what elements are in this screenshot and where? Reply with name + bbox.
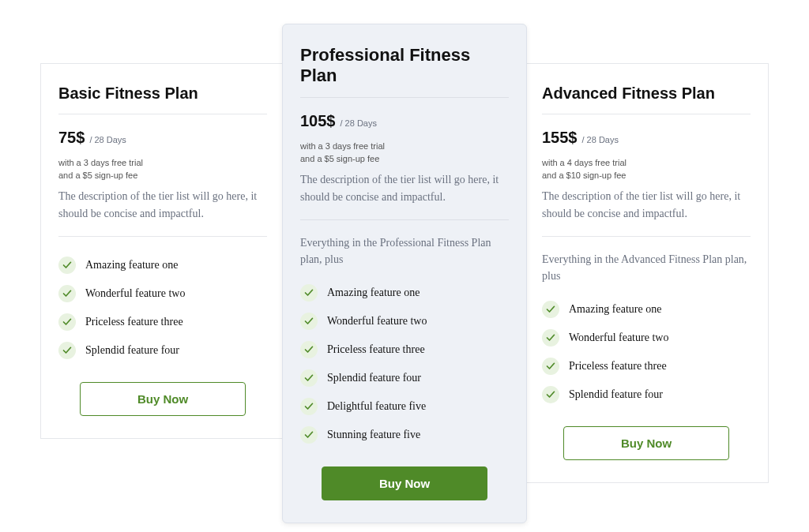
check-icon xyxy=(58,313,76,331)
plan-period: / 28 Days xyxy=(582,135,619,144)
feature-label: Wonderful feature two xyxy=(569,332,668,344)
plan-period: / 28 Days xyxy=(89,135,126,144)
plan-description: The description of the tier list will go… xyxy=(542,188,751,237)
feature-item: Wonderful feature two xyxy=(58,279,267,308)
pricing-plans-row: Basic Fitness Plan 75$ / 28 Days with a … xyxy=(40,24,769,523)
feature-label: Priceless feature three xyxy=(569,360,667,373)
feature-label: Priceless feature three xyxy=(327,343,425,356)
feature-label: Stunning feature five xyxy=(327,429,420,441)
check-icon xyxy=(542,301,559,318)
trial-text: with a 3 days free trial xyxy=(300,141,509,151)
everything-text: Everything in the Professional Fitness P… xyxy=(300,234,509,268)
check-icon xyxy=(58,257,76,274)
feature-label: Splendid feature four xyxy=(327,372,421,384)
plan-description: The description of the tier list will go… xyxy=(300,171,509,220)
feature-item: Wonderful feature two xyxy=(542,324,751,352)
feature-label: Wonderful feature two xyxy=(327,315,427,328)
trial-text: with a 3 days free trial xyxy=(58,158,267,167)
trial-text: with a 4 days free trial xyxy=(542,158,751,167)
feature-item: Priceless feature three xyxy=(300,335,509,364)
plan-card-professional: Professional Fitness Plan 105$ / 28 Days… xyxy=(282,24,527,523)
plan-period: / 28 Days xyxy=(341,118,377,128)
signup-text: and a $5 sign-up fee xyxy=(300,154,509,163)
check-icon xyxy=(542,329,559,347)
feature-label: Splendid feature four xyxy=(569,388,663,401)
feature-item: Amazing feature one xyxy=(300,279,509,307)
feature-item: Amazing feature one xyxy=(58,251,267,279)
feature-item: Amazing feature one xyxy=(542,295,751,324)
check-icon xyxy=(58,342,76,359)
feature-label: Amazing feature one xyxy=(85,259,178,272)
everything-text: Everything in the Advanced Fitness Plan … xyxy=(542,251,751,284)
plan-card-advanced: Advanced Fitness Plan 155$ / 28 Days wit… xyxy=(524,63,769,483)
check-icon xyxy=(58,285,76,302)
plan-price: 155$ xyxy=(542,129,578,147)
buy-now-button[interactable]: Buy Now xyxy=(80,382,246,416)
feature-item: Priceless feature three xyxy=(58,308,267,336)
feature-item: Splendid feature four xyxy=(300,364,509,392)
feature-label: Amazing feature one xyxy=(569,303,661,316)
plan-title: Professional Fitness Plan xyxy=(300,45,509,98)
feature-label: Wonderful feature two xyxy=(85,287,185,300)
check-icon xyxy=(300,284,318,302)
check-icon xyxy=(542,386,559,403)
feature-list: Amazing feature one Wonderful feature tw… xyxy=(58,251,267,365)
plan-price: 105$ xyxy=(300,112,336,130)
feature-item: Priceless feature three xyxy=(542,352,751,380)
check-icon xyxy=(300,369,318,387)
buy-now-button[interactable]: Buy Now xyxy=(322,466,487,500)
check-icon xyxy=(542,358,559,375)
plan-price: 75$ xyxy=(58,129,85,147)
plan-title: Advanced Fitness Plan xyxy=(542,84,751,114)
plan-card-basic: Basic Fitness Plan 75$ / 28 Days with a … xyxy=(40,63,285,439)
feature-label: Splendid feature four xyxy=(85,344,179,357)
signup-text: and a $5 sign-up fee xyxy=(58,170,267,180)
check-icon xyxy=(300,341,318,358)
check-icon xyxy=(300,426,318,444)
price-line: 105$ / 28 Days xyxy=(300,112,509,130)
feature-label: Amazing feature one xyxy=(327,287,420,299)
plan-description: The description of the tier list will go… xyxy=(58,188,267,237)
feature-label: Priceless feature three xyxy=(85,316,183,328)
price-line: 75$ / 28 Days xyxy=(58,129,267,147)
feature-list: Amazing feature one Wonderful feature tw… xyxy=(300,279,509,449)
feature-item: Stunning feature five xyxy=(300,421,509,449)
buy-now-button[interactable]: Buy Now xyxy=(563,426,729,460)
feature-item: Wonderful feature two xyxy=(300,307,509,335)
plan-title: Basic Fitness Plan xyxy=(58,84,267,114)
feature-list: Amazing feature one Wonderful feature tw… xyxy=(542,295,751,409)
feature-label: Delightful feature five xyxy=(327,400,426,413)
feature-item: Splendid feature four xyxy=(58,336,267,365)
price-line: 155$ / 28 Days xyxy=(542,129,751,147)
feature-item: Delightful feature five xyxy=(300,392,509,421)
signup-text: and a $10 sign-up fee xyxy=(542,170,751,180)
feature-item: Splendid feature four xyxy=(542,380,751,409)
check-icon xyxy=(300,398,318,415)
check-icon xyxy=(300,313,318,330)
